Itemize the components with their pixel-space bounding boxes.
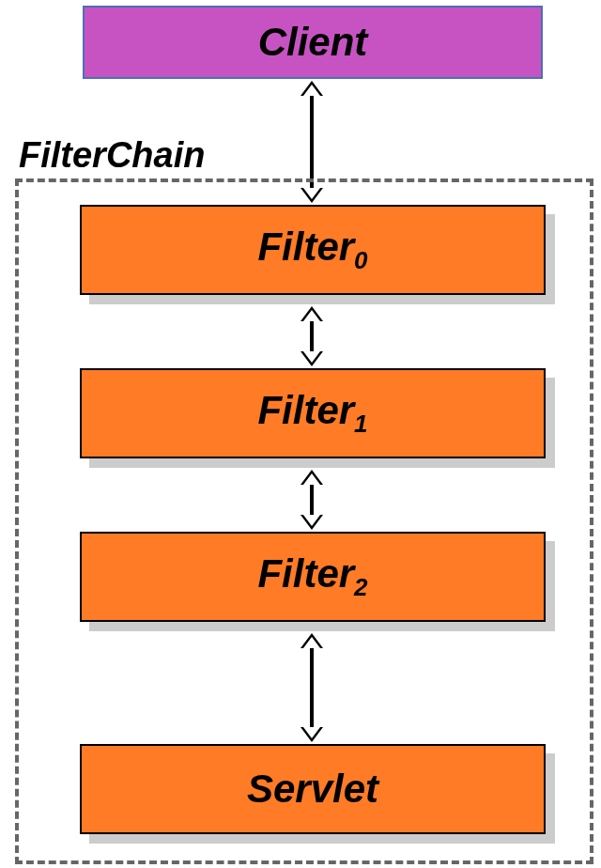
filter2-name: Filter — [257, 551, 354, 596]
servlet-box: Servlet — [80, 744, 546, 834]
filterchain-label: FilterChain — [15, 135, 208, 176]
filter0-name: Filter — [257, 225, 354, 269]
filterchain-diagram: Client FilterChain Filter0 Filter1 Filte… — [0, 0, 601, 868]
servlet-inner: Servlet — [80, 744, 546, 834]
client-label: Client — [258, 20, 368, 65]
filter1-label: Filter1 — [257, 388, 367, 439]
filter2-label: Filter2 — [257, 551, 367, 602]
filter1-sub: 1 — [354, 410, 367, 438]
arrow-filter2-servlet — [310, 646, 314, 729]
servlet-label: Servlet — [247, 767, 378, 812]
client-box: Client — [83, 6, 543, 79]
filter2-inner: Filter2 — [80, 532, 546, 622]
arrow-filter0-filter1 — [310, 319, 314, 353]
arrow-client-filter0 — [310, 94, 314, 190]
filter0-inner: Filter0 — [80, 205, 546, 295]
filter0-label: Filter0 — [257, 225, 367, 275]
filter2-sub: 2 — [354, 573, 367, 601]
filter0-box: Filter0 — [80, 205, 546, 295]
filter1-name: Filter — [257, 388, 354, 432]
filter1-inner: Filter1 — [80, 368, 546, 458]
filter1-box: Filter1 — [80, 368, 546, 458]
arrow-filter1-filter2 — [310, 483, 314, 517]
filter0-sub: 0 — [354, 246, 367, 274]
filter2-box: Filter2 — [80, 532, 546, 622]
